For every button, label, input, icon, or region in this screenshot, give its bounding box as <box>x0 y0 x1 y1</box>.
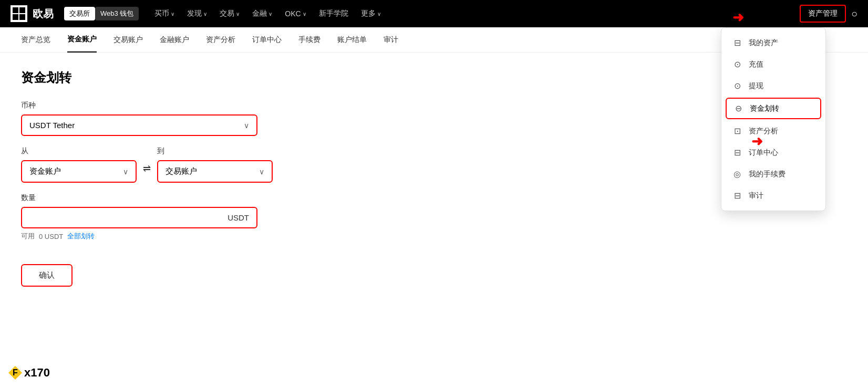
from-chevron-icon: ∨ <box>123 167 128 176</box>
page-title: 资金划转 <box>21 69 399 86</box>
logo-area[interactable]: 欧易 <box>11 5 54 22</box>
dropdown-item-label: 充值 <box>749 60 763 69</box>
to-account-value: 交易账户 <box>166 166 197 176</box>
amount-label: 数量 <box>21 193 399 203</box>
dropdown-item-icon: ⊡ <box>732 126 742 136</box>
amount-unit: USDT <box>228 213 249 222</box>
chevron-icon: ∨ <box>377 11 381 17</box>
dropdown-item-icon: ⊟ <box>732 148 742 158</box>
nav-link-金融[interactable]: 金融∨ <box>247 6 277 22</box>
nav-link-买币[interactable]: 买币∨ <box>149 6 180 22</box>
dropdown-item-icon: ⊙ <box>732 59 742 69</box>
confirm-button[interactable]: 确认 <box>21 264 73 287</box>
currency-section: 币种 USDT Tether ∨ <box>21 101 399 136</box>
dropdown-item-label: 我的资产 <box>749 38 778 48</box>
subnav-item-资金账户[interactable]: 资金账户 <box>67 27 97 53</box>
amount-input-wrapper: USDT <box>21 207 257 228</box>
currency-chevron-icon: ∨ <box>244 121 249 130</box>
to-label: 到 <box>157 146 273 156</box>
dropdown-item-提现[interactable]: ⊙提现 <box>721 75 825 97</box>
dropdown-item-icon: ⊙ <box>732 81 742 91</box>
subnav-item-资产总览[interactable]: 资产总览 <box>21 28 50 52</box>
currency-value: USDT Tether <box>29 121 75 130</box>
to-chevron-icon: ∨ <box>259 167 264 176</box>
nav-link-交易[interactable]: 交易∨ <box>214 6 245 22</box>
dropdown-item-icon: ⊟ <box>732 38 742 48</box>
nav-link-发现[interactable]: 发现∨ <box>182 6 212 22</box>
subnav-item-订单中心[interactable]: 订单中心 <box>252 28 282 52</box>
chevron-icon: ∨ <box>268 11 272 17</box>
subnav-item-账户结单[interactable]: 账户结单 <box>337 28 367 52</box>
chevron-icon: ∨ <box>236 11 240 17</box>
from-account-select[interactable]: 资金账户 ∨ <box>21 160 137 183</box>
avail-label: 可用 <box>21 232 35 241</box>
subnav-item-资产分析[interactable]: 资产分析 <box>206 28 235 52</box>
chevron-icon: ∨ <box>171 11 174 17</box>
from-label: 从 <box>21 146 137 156</box>
amount-section: 数量 USDT 可用 0 USDT 全部划转 <box>21 193 399 241</box>
dropdown-item-label: 提现 <box>749 81 763 91</box>
subnav-item-交易账户[interactable]: 交易账户 <box>113 28 143 52</box>
to-account-select[interactable]: 交易账户 ∨ <box>157 160 273 183</box>
dropdown-item-icon: ◎ <box>732 169 742 179</box>
to-section: 到 交易账户 ∨ <box>157 146 273 183</box>
dropdown-item-我的手续费[interactable]: ◎我的手续费 <box>721 163 825 185</box>
nav-link-新手学院[interactable]: 新手学院 <box>314 6 354 22</box>
asset-management-button[interactable]: 资产管理 <box>800 5 846 23</box>
dropdown-item-充值[interactable]: ⊙充值 <box>721 54 825 75</box>
subnav-item-审计[interactable]: 审计 <box>384 28 398 52</box>
dropdown-item-icon: ⊖ <box>733 103 743 113</box>
dropdown-menu: ⊟我的资产⊙充值⊙提现⊖资金划转⊡资产分析⊟订单中心◎我的手续费⊟审计 <box>721 27 826 211</box>
dropdown-item-订单中心[interactable]: ⊟订单中心 <box>721 142 825 163</box>
subnav-item-手续费[interactable]: 手续费 <box>298 28 321 52</box>
from-to-section: 从 资金账户 ∨ ⇌ 到 交易账户 ∨ <box>21 146 399 183</box>
chevron-icon: ∨ <box>203 11 207 17</box>
subnav-item-金融账户[interactable]: 金融账户 <box>160 28 189 52</box>
logo-text: 欧易 <box>33 7 54 21</box>
dropdown-item-label: 资金划转 <box>750 104 779 113</box>
from-to-row: 从 资金账户 ∨ ⇌ 到 交易账户 ∨ <box>21 146 399 183</box>
currency-select[interactable]: USDT Tether ∨ <box>21 114 257 136</box>
currency-label: 币种 <box>21 101 399 110</box>
transfer-all-button[interactable]: 全部划转 <box>67 232 95 241</box>
top-arrow-indicator: ➜ <box>732 9 744 26</box>
swap-icon[interactable]: ⇌ <box>143 163 151 174</box>
dropdown-item-审计[interactable]: ⊟审计 <box>721 185 825 206</box>
dropdown-item-label: 我的手续费 <box>749 170 786 179</box>
nav-link-更多[interactable]: 更多∨ <box>356 6 386 22</box>
exchange-tab[interactable]: 交易所 <box>64 7 95 20</box>
dropdown-item-icon: ⊟ <box>732 191 742 201</box>
amount-input[interactable] <box>29 213 228 222</box>
from-section: 从 资金账户 ∨ <box>21 146 137 183</box>
avail-amount: 0 USDT <box>39 233 63 240</box>
chevron-icon: ∨ <box>303 11 306 17</box>
menu-arrow-indicator: ➜ <box>751 133 763 150</box>
nav-links: 买币∨发现∨交易∨金融∨OKC∨新手学院更多∨ <box>149 6 800 22</box>
dropdown-item-我的资产[interactable]: ⊟我的资产 <box>721 32 825 54</box>
from-account-value: 资金账户 <box>29 166 61 176</box>
nav-right: ➜ 资产管理 ○ <box>800 5 857 23</box>
dropdown-item-label: 审计 <box>749 191 763 201</box>
dropdown-item-资金划转[interactable]: ⊖资金划转 <box>726 98 821 119</box>
logo-icon <box>11 5 27 22</box>
dropdown-item-资产分析[interactable]: ⊡资产分析 <box>721 120 825 142</box>
available-row: 可用 0 USDT 全部划转 <box>21 232 399 241</box>
user-icon[interactable]: ○ <box>851 8 857 20</box>
main-content: 资金划转 币种 USDT Tether ∨ 从 资金账户 ∨ ⇌ 到 交易账户 … <box>0 53 420 303</box>
top-navigation: 欧易 交易所 Web3 钱包 买币∨发现∨交易∨金融∨OKC∨新手学院更多∨ ➜… <box>0 0 868 27</box>
nav-link-OKC[interactable]: OKC∨ <box>280 6 311 21</box>
web3-tab[interactable]: Web3 钱包 <box>95 7 139 20</box>
